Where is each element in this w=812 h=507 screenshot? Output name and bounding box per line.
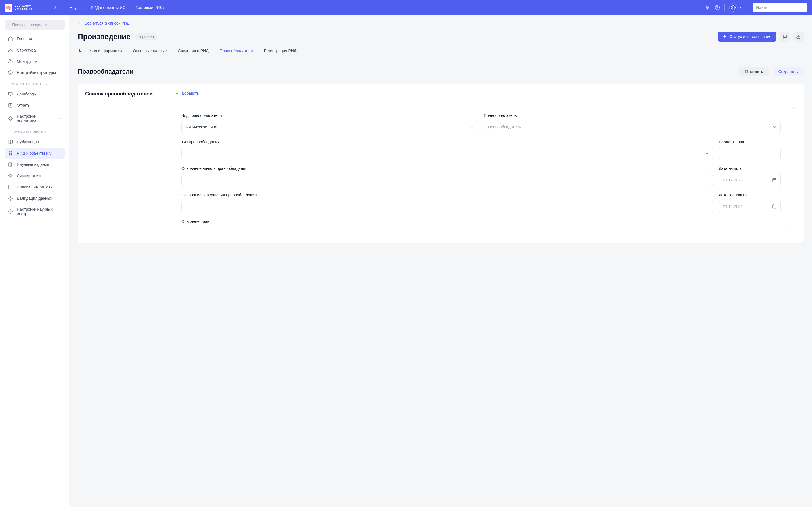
chevron-right-icon	[129, 6, 132, 9]
avatar	[729, 3, 738, 12]
settings-sliders-icon[interactable]	[705, 5, 710, 10]
svg-rect-23	[772, 179, 776, 182]
field-label-date-end: Дата окончания	[719, 193, 781, 197]
page-header: Произведение Черновик Статус и согласова…	[78, 32, 804, 42]
comment-icon	[783, 34, 787, 39]
back-link[interactable]: Вернуться в список РИД	[78, 21, 804, 25]
breadcrumb-item-1[interactable]: РИД и объекты ИС	[91, 5, 125, 10]
svg-rect-18	[9, 163, 11, 166]
download-button[interactable]	[794, 32, 804, 42]
tab-holders[interactable]: Правообладатели	[219, 48, 254, 57]
home-icon	[8, 36, 13, 41]
svg-rect-14	[8, 93, 12, 95]
sidebar-item-label: Настройки аналитики	[17, 114, 54, 123]
subheader-title: Правообладатели	[78, 68, 134, 75]
sidebar-item-dissertations[interactable]: Диссертации	[4, 170, 65, 181]
search-icon	[8, 22, 9, 27]
date-placeholder: 21.12.2021	[723, 204, 743, 209]
pin-icon[interactable]	[52, 5, 57, 10]
sidebar-item-structure-settings[interactable]: Настройки структуры	[4, 67, 65, 78]
logo-text: SECHENOV UNIVERSITY	[15, 5, 33, 10]
bolt-icon	[723, 34, 727, 39]
global-search[interactable]	[753, 3, 808, 12]
gear-icon	[8, 70, 13, 75]
svg-rect-11	[11, 51, 12, 52]
button-label: Статус и согласование	[729, 34, 771, 39]
sidebar-item-references[interactable]: Списки литературы	[4, 181, 65, 193]
select-placeholder: Правообладатель	[488, 125, 521, 129]
calendar-icon	[772, 204, 776, 209]
field-label-type: Тип правообладания	[181, 140, 713, 144]
delete-holder-button[interactable]	[792, 107, 796, 111]
svg-point-21	[10, 198, 11, 199]
status-badge: Черновик	[135, 33, 157, 40]
sidebar-item-reports[interactable]: Отчеты	[4, 100, 65, 111]
plus-icon	[175, 91, 179, 96]
add-label: Добавить	[182, 91, 199, 96]
logo[interactable]: SECHENOV UNIVERSITY	[4, 4, 33, 11]
status-approval-button[interactable]: Статус и согласование	[718, 32, 776, 42]
sidebar-search-input[interactable]	[12, 22, 61, 27]
add-holder-button[interactable]: Добавить	[175, 91, 796, 96]
svg-rect-19	[11, 163, 12, 166]
svg-point-1	[708, 7, 709, 8]
svg-point-4	[733, 7, 734, 8]
basis-start-input[interactable]	[181, 174, 713, 186]
svg-rect-10	[8, 51, 10, 52]
user-menu[interactable]	[729, 3, 743, 12]
page-title: Произведение	[78, 33, 131, 41]
svg-point-5	[732, 6, 735, 9]
svg-point-12	[9, 59, 11, 61]
kind-select[interactable]: Физическое лицо	[181, 121, 478, 133]
date-end-input[interactable]: 21.12.2021	[719, 201, 781, 212]
comment-button[interactable]	[780, 32, 790, 42]
dashboard-icon	[8, 92, 13, 97]
date-placeholder: 21.12.2021	[723, 178, 743, 182]
basis-end-input[interactable]	[181, 201, 713, 212]
field-label-percent: Процент прав	[719, 140, 781, 144]
holder-select[interactable]: Правообладатель	[484, 121, 781, 133]
type-select[interactable]	[181, 148, 713, 159]
sidebar-item-journals[interactable]: Научные издания	[4, 159, 65, 170]
save-button[interactable]: Сохранить	[772, 67, 804, 76]
cancel-button[interactable]: Отменить	[739, 67, 769, 76]
tab-key-info[interactable]: Ключевая информация	[78, 48, 123, 57]
sidebar-item-analytics-settings[interactable]: Настройки аналитики	[4, 111, 65, 126]
date-start-input[interactable]: 21.12.2021	[719, 174, 781, 186]
subheader: Правообладатели Отменить Сохранить	[78, 67, 804, 76]
breadcrumb-item-2[interactable]: Тестовый РИД7	[136, 5, 164, 10]
svg-point-13	[10, 72, 11, 73]
sidebar-item-science-settings[interactable]: Настройки научных инстр.	[4, 204, 65, 219]
help-icon[interactable]	[715, 5, 720, 10]
sidebar-item-label: Мои группы	[17, 59, 38, 64]
sidebar-item-home[interactable]: Главная	[4, 33, 65, 45]
sidebar-item-label: Отчеты	[17, 103, 31, 108]
breadcrumb-item-0[interactable]: Наука	[70, 5, 81, 10]
sidebar-item-label: Списки литературы	[17, 185, 53, 189]
logo-icon	[4, 4, 12, 11]
sidebar-item-validation[interactable]: Валидация данных	[4, 193, 65, 204]
holder-form: Вид правообладателя Физическое лицо Прав…	[175, 107, 787, 230]
chevron-down-icon	[705, 152, 709, 156]
sidebar-item-label: Дашборды	[17, 92, 37, 96]
sidebar-search[interactable]	[4, 20, 65, 30]
sidebar-item-groups[interactable]: Мои группы	[4, 56, 65, 67]
sidebar-item-publications[interactable]: Публикации	[4, 136, 65, 148]
tab-main-data[interactable]: Основные данные	[132, 48, 168, 57]
sidebar-item-label: Настройки научных инстр.	[17, 207, 61, 216]
sidebar-item-rid[interactable]: РИД и объекты ИС	[4, 148, 65, 159]
percent-input[interactable]	[719, 148, 781, 159]
sidebar-item-structure[interactable]: Структура	[4, 45, 65, 56]
field-label-description: Описание прав	[181, 219, 781, 224]
gear-icon	[8, 209, 13, 214]
sidebar-section-analytics: АНАЛИТИКА И ОТЧЕТЫ	[4, 79, 65, 89]
sidebar: Главная Структура Мои группы Настройки с…	[0, 15, 69, 507]
svg-point-8	[8, 24, 9, 25]
sidebar-item-label: РИД и объекты ИС	[17, 151, 52, 156]
chevron-right-icon	[84, 6, 87, 9]
sidebar-item-dashboards[interactable]: Дашборды	[4, 89, 65, 100]
search-input[interactable]	[756, 5, 806, 10]
chevron-down-icon	[470, 125, 474, 129]
tab-rid-info[interactable]: Сведения о РИД	[177, 48, 209, 57]
tab-registration[interactable]: Регистрация РИДа	[263, 48, 300, 57]
